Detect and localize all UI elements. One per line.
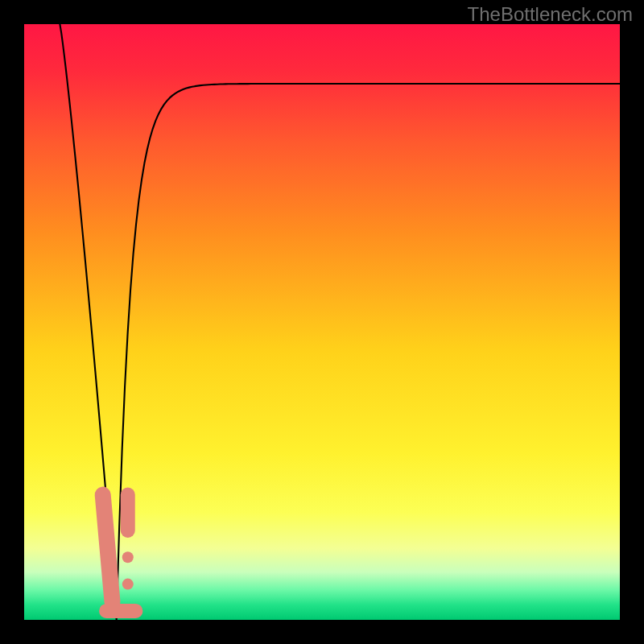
marker-capsule	[103, 495, 113, 602]
marker-dot	[122, 579, 134, 590]
watermark-text: TheBottleneck.com	[468, 3, 633, 26]
plot-area	[24, 24, 620, 620]
chart-svg	[24, 24, 620, 620]
marker-dot	[122, 551, 134, 563]
chart-frame: TheBottleneck.com	[0, 0, 644, 644]
